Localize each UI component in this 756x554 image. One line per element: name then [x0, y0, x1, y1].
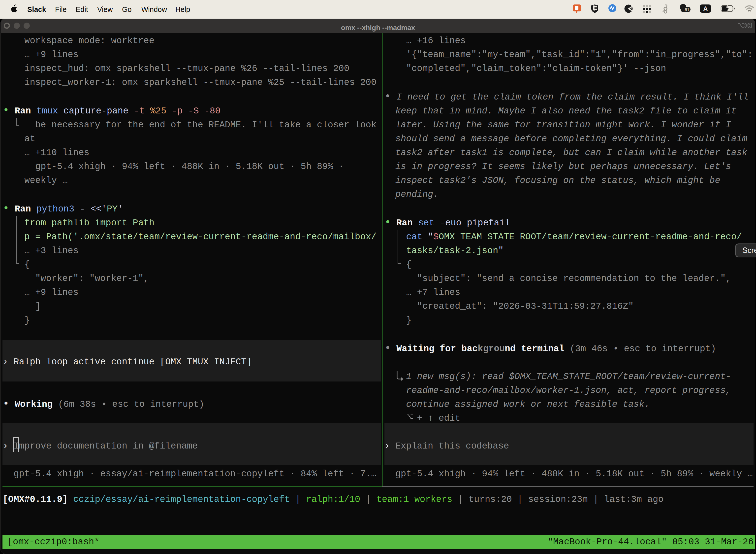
svg-text:A: A	[703, 5, 708, 12]
svg-text:1: 1	[750, 22, 752, 28]
svg-text:..61: ..61	[682, 7, 689, 12]
